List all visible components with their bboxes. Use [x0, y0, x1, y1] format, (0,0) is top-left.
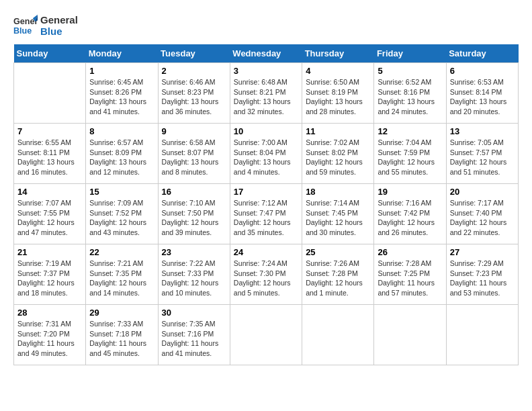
calendar-cell: 29Sunrise: 7:33 AM Sunset: 7:18 PM Dayli…	[86, 305, 158, 365]
page-header: General Blue General Blue	[13, 13, 519, 38]
day-number: 15	[89, 187, 154, 197]
day-info: Sunrise: 7:29 AM Sunset: 7:23 PM Dayligh…	[450, 259, 515, 298]
calendar-cell: 6Sunrise: 6:53 AM Sunset: 8:14 PM Daylig…	[446, 63, 518, 124]
day-number: 21	[17, 247, 82, 257]
day-info: Sunrise: 7:05 AM Sunset: 7:57 PM Dayligh…	[450, 138, 515, 177]
calendar-cell: 23Sunrise: 7:22 AM Sunset: 7:33 PM Dayli…	[158, 244, 230, 305]
day-number: 6	[450, 66, 515, 76]
calendar-cell: 17Sunrise: 7:12 AM Sunset: 7:47 PM Dayli…	[230, 184, 302, 244]
day-number: 13	[450, 126, 515, 136]
calendar-cell: 19Sunrise: 7:16 AM Sunset: 7:42 PM Dayli…	[374, 184, 446, 244]
day-info: Sunrise: 7:04 AM Sunset: 7:59 PM Dayligh…	[378, 138, 442, 177]
day-info: Sunrise: 7:33 AM Sunset: 7:18 PM Dayligh…	[89, 319, 154, 359]
calendar-cell: 3Sunrise: 6:48 AM Sunset: 8:21 PM Daylig…	[230, 63, 302, 124]
calendar-cell: 27Sunrise: 7:29 AM Sunset: 7:23 PM Dayli…	[446, 244, 518, 305]
day-number: 27	[450, 247, 515, 257]
day-number: 5	[378, 66, 442, 76]
day-number: 12	[378, 126, 442, 136]
day-number: 8	[89, 126, 154, 136]
calendar-cell: 14Sunrise: 7:07 AM Sunset: 7:55 PM Dayli…	[14, 184, 86, 244]
calendar-week-row: 21Sunrise: 7:19 AM Sunset: 7:37 PM Dayli…	[14, 244, 519, 305]
day-info: Sunrise: 7:35 AM Sunset: 7:16 PM Dayligh…	[162, 319, 226, 359]
svg-text:Blue: Blue	[13, 26, 32, 36]
day-info: Sunrise: 7:26 AM Sunset: 7:28 PM Dayligh…	[306, 259, 370, 298]
day-info: Sunrise: 6:53 AM Sunset: 8:14 PM Dayligh…	[450, 77, 515, 117]
column-header-friday: Friday	[374, 44, 446, 63]
day-info: Sunrise: 6:58 AM Sunset: 8:07 PM Dayligh…	[162, 138, 226, 177]
logo: General Blue General Blue	[13, 13, 78, 38]
day-number: 30	[162, 308, 226, 318]
day-number: 1	[89, 66, 154, 76]
column-header-thursday: Thursday	[302, 44, 374, 63]
day-info: Sunrise: 7:22 AM Sunset: 7:33 PM Dayligh…	[162, 259, 226, 298]
day-info: Sunrise: 7:07 AM Sunset: 7:55 PM Dayligh…	[17, 198, 82, 238]
day-info: Sunrise: 7:00 AM Sunset: 8:04 PM Dayligh…	[234, 138, 298, 177]
calendar-cell: 10Sunrise: 7:00 AM Sunset: 8:04 PM Dayli…	[230, 124, 302, 184]
day-info: Sunrise: 6:55 AM Sunset: 8:11 PM Dayligh…	[17, 138, 82, 177]
day-number: 24	[234, 247, 298, 257]
column-header-wednesday: Wednesday	[230, 44, 302, 63]
day-info: Sunrise: 7:24 AM Sunset: 7:30 PM Dayligh…	[234, 259, 298, 298]
calendar-week-row: 1Sunrise: 6:45 AM Sunset: 8:26 PM Daylig…	[14, 63, 519, 124]
calendar-cell: 28Sunrise: 7:31 AM Sunset: 7:20 PM Dayli…	[14, 305, 86, 365]
calendar-cell	[230, 305, 302, 365]
calendar-cell	[14, 63, 86, 124]
calendar-cell: 2Sunrise: 6:46 AM Sunset: 8:23 PM Daylig…	[158, 63, 230, 124]
day-info: Sunrise: 7:02 AM Sunset: 8:02 PM Dayligh…	[306, 138, 370, 177]
day-info: Sunrise: 7:16 AM Sunset: 7:42 PM Dayligh…	[378, 198, 442, 238]
calendar-table: SundayMondayTuesdayWednesdayThursdayFrid…	[13, 44, 519, 365]
calendar-cell: 11Sunrise: 7:02 AM Sunset: 8:02 PM Dayli…	[302, 124, 374, 184]
day-info: Sunrise: 7:14 AM Sunset: 7:45 PM Dayligh…	[306, 198, 370, 238]
day-number: 29	[89, 308, 154, 318]
calendar-cell: 5Sunrise: 6:52 AM Sunset: 8:16 PM Daylig…	[374, 63, 446, 124]
calendar-week-row: 7Sunrise: 6:55 AM Sunset: 8:11 PM Daylig…	[14, 124, 519, 184]
day-number: 11	[306, 126, 370, 136]
day-number: 18	[306, 187, 370, 197]
calendar-cell: 18Sunrise: 7:14 AM Sunset: 7:45 PM Dayli…	[302, 184, 374, 244]
day-number: 20	[450, 187, 515, 197]
calendar-cell: 13Sunrise: 7:05 AM Sunset: 7:57 PM Dayli…	[446, 124, 518, 184]
day-number: 16	[162, 187, 226, 197]
day-info: Sunrise: 6:45 AM Sunset: 8:26 PM Dayligh…	[89, 77, 154, 117]
header-row: SundayMondayTuesdayWednesdayThursdayFrid…	[14, 44, 519, 63]
day-number: 2	[162, 66, 226, 76]
calendar-cell: 8Sunrise: 6:57 AM Sunset: 8:09 PM Daylig…	[86, 124, 158, 184]
column-header-sunday: Sunday	[14, 44, 86, 63]
calendar-cell: 21Sunrise: 7:19 AM Sunset: 7:37 PM Dayli…	[14, 244, 86, 305]
calendar-cell: 9Sunrise: 6:58 AM Sunset: 8:07 PM Daylig…	[158, 124, 230, 184]
day-info: Sunrise: 7:28 AM Sunset: 7:25 PM Dayligh…	[378, 259, 442, 298]
calendar-cell	[374, 305, 446, 365]
calendar-cell: 26Sunrise: 7:28 AM Sunset: 7:25 PM Dayli…	[374, 244, 446, 305]
day-info: Sunrise: 6:57 AM Sunset: 8:09 PM Dayligh…	[89, 138, 154, 177]
day-number: 22	[89, 247, 154, 257]
calendar-cell: 12Sunrise: 7:04 AM Sunset: 7:59 PM Dayli…	[374, 124, 446, 184]
day-info: Sunrise: 6:46 AM Sunset: 8:23 PM Dayligh…	[162, 77, 226, 117]
day-info: Sunrise: 7:09 AM Sunset: 7:52 PM Dayligh…	[89, 198, 154, 238]
calendar-cell: 16Sunrise: 7:10 AM Sunset: 7:50 PM Dayli…	[158, 184, 230, 244]
day-number: 9	[162, 126, 226, 136]
column-header-monday: Monday	[86, 44, 158, 63]
day-info: Sunrise: 7:12 AM Sunset: 7:47 PM Dayligh…	[234, 198, 298, 238]
day-number: 23	[162, 247, 226, 257]
logo-icon: General Blue	[13, 13, 38, 38]
day-number: 25	[306, 247, 370, 257]
calendar-cell: 25Sunrise: 7:26 AM Sunset: 7:28 PM Dayli…	[302, 244, 374, 305]
calendar-week-row: 14Sunrise: 7:07 AM Sunset: 7:55 PM Dayli…	[14, 184, 519, 244]
day-info: Sunrise: 7:10 AM Sunset: 7:50 PM Dayligh…	[162, 198, 226, 238]
day-number: 7	[17, 126, 82, 136]
column-header-saturday: Saturday	[446, 44, 518, 63]
day-number: 19	[378, 187, 442, 197]
day-info: Sunrise: 6:52 AM Sunset: 8:16 PM Dayligh…	[378, 77, 442, 117]
column-header-tuesday: Tuesday	[158, 44, 230, 63]
day-info: Sunrise: 7:21 AM Sunset: 7:35 PM Dayligh…	[89, 259, 154, 298]
day-info: Sunrise: 6:48 AM Sunset: 8:21 PM Dayligh…	[234, 77, 298, 117]
calendar-cell: 20Sunrise: 7:17 AM Sunset: 7:40 PM Dayli…	[446, 184, 518, 244]
day-number: 26	[378, 247, 442, 257]
day-number: 14	[17, 187, 82, 197]
calendar-cell: 22Sunrise: 7:21 AM Sunset: 7:35 PM Dayli…	[86, 244, 158, 305]
day-info: Sunrise: 7:19 AM Sunset: 7:37 PM Dayligh…	[17, 259, 82, 298]
logo-general: General	[40, 14, 78, 26]
day-number: 4	[306, 66, 370, 76]
calendar-cell	[302, 305, 374, 365]
day-info: Sunrise: 7:31 AM Sunset: 7:20 PM Dayligh…	[17, 319, 82, 359]
